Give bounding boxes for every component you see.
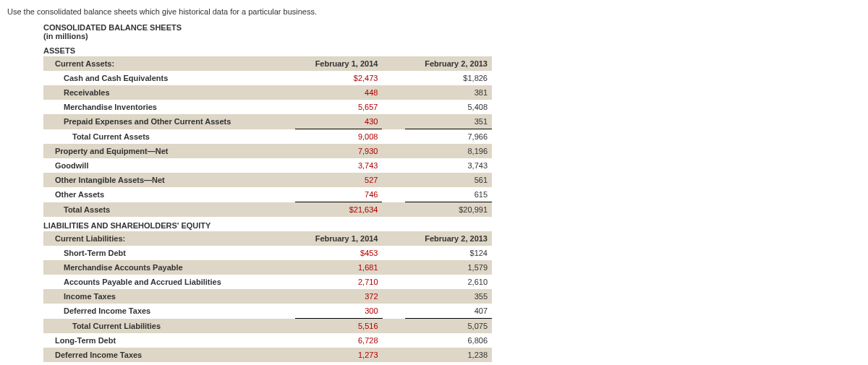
row-val1: 746 bbox=[295, 187, 382, 202]
row-val1: $453 bbox=[295, 246, 382, 260]
row-label: Income Taxes bbox=[43, 289, 295, 304]
row-val2: $124 bbox=[405, 246, 492, 260]
row-val1: 5,657 bbox=[295, 100, 382, 114]
row-val1: 3,743 bbox=[295, 158, 382, 173]
row-val1: 527 bbox=[295, 173, 382, 187]
row-val2: 1,238 bbox=[405, 348, 492, 362]
total-assets-label: Total Assets bbox=[43, 202, 295, 218]
row-val2: 5,408 bbox=[405, 100, 492, 114]
row-val2: $1,826 bbox=[405, 71, 492, 85]
row-label: Deferred Income Taxes bbox=[43, 348, 295, 362]
assets-col2-header: February 2, 2013 bbox=[405, 56, 492, 71]
tcl-label: Total Current Liabilities bbox=[43, 319, 295, 334]
row-label: Prepaid Expenses and Other Current Asset… bbox=[43, 114, 295, 129]
row-label: Property and Equipment—Net bbox=[43, 144, 295, 158]
row-val2: 3,743 bbox=[405, 158, 492, 173]
row-val2: 8,196 bbox=[405, 144, 492, 158]
row-label: Short-Term Debt bbox=[43, 246, 295, 260]
row-label: Other Intangible Assets—Net bbox=[43, 173, 295, 187]
row-val2: 1,579 bbox=[405, 260, 492, 275]
row-label: Receivables bbox=[43, 85, 295, 100]
row-val2: 407 bbox=[405, 304, 492, 319]
doc-title: CONSOLIDATED BALANCE SHEETS bbox=[43, 23, 861, 32]
assets-table: Current Assets: February 1, 2014 Februar… bbox=[43, 56, 492, 217]
row-val2: 561 bbox=[405, 173, 492, 187]
row-val2: 1,821 bbox=[405, 362, 492, 365]
doc-subtitle: (in millions) bbox=[43, 32, 861, 40]
row-val1: 448 bbox=[295, 85, 382, 100]
liab-col1-header: February 1, 2014 bbox=[295, 231, 382, 246]
page-intro: Use the consolidated balance sheets whic… bbox=[7, 7, 861, 16]
total-assets-val1: $21,634 bbox=[295, 202, 382, 218]
row-label: Long-Term Debt bbox=[43, 333, 295, 348]
row-label: Other Assets bbox=[43, 187, 295, 202]
row-val1: 1,273 bbox=[295, 348, 382, 362]
row-val1: 1,681 bbox=[295, 260, 382, 275]
liab-col2-header: February 2, 2013 bbox=[405, 231, 492, 246]
row-val1: 1,658 bbox=[295, 362, 382, 365]
tca-val2: 7,966 bbox=[405, 129, 492, 145]
row-val1: $2,473 bbox=[295, 71, 382, 85]
liab-table: Current Liabilities: February 1, 2014 Fe… bbox=[43, 231, 492, 365]
row-val2: 355 bbox=[405, 289, 492, 304]
assets-header-label: Current Assets: bbox=[43, 56, 295, 71]
row-val2: 381 bbox=[405, 85, 492, 100]
row-val1: 300 bbox=[295, 304, 382, 319]
row-val2: 351 bbox=[405, 114, 492, 129]
row-label: Accounts Payable and Accrued Liabilities bbox=[43, 275, 295, 289]
tca-val1: 9,008 bbox=[295, 129, 382, 145]
row-val1: 2,710 bbox=[295, 275, 382, 289]
row-val2: 615 bbox=[405, 187, 492, 202]
assets-heading: ASSETS bbox=[43, 46, 861, 55]
row-val1: 430 bbox=[295, 114, 382, 129]
tcl-val2: 5,075 bbox=[405, 319, 492, 334]
assets-col1-header: February 1, 2014 bbox=[295, 56, 382, 71]
row-val2: 2,610 bbox=[405, 275, 492, 289]
row-label: Merchandise Inventories bbox=[43, 100, 295, 114]
tca-label: Total Current Assets bbox=[43, 129, 295, 145]
row-val1: 6,728 bbox=[295, 333, 382, 348]
row-label: Deferred Income Taxes bbox=[43, 304, 295, 319]
row-val2: 6,806 bbox=[405, 333, 492, 348]
row-label: Other Liabilities bbox=[43, 362, 295, 365]
row-label: Goodwill bbox=[43, 158, 295, 173]
row-label: Cash and Cash Equivalents bbox=[43, 71, 295, 85]
tcl-val1: 5,516 bbox=[295, 319, 382, 334]
row-val1: 372 bbox=[295, 289, 382, 304]
row-label: Merchandise Accounts Payable bbox=[43, 260, 295, 275]
liab-header-label: Current Liabilities: bbox=[43, 231, 295, 246]
row-val1: 7,930 bbox=[295, 144, 382, 158]
liab-heading: LIABILITIES AND SHAREHOLDERS' EQUITY bbox=[43, 221, 861, 230]
total-assets-val2: $20,991 bbox=[405, 202, 492, 218]
